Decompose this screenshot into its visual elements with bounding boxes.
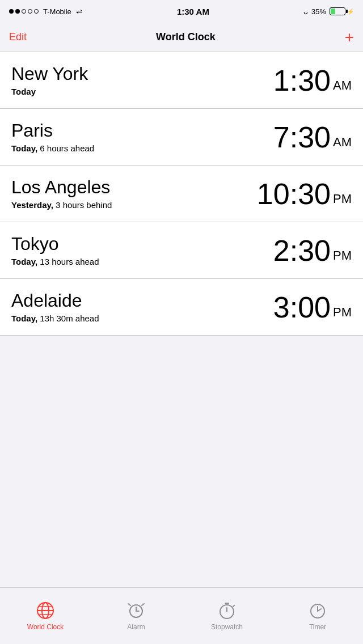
page-title: World Clock <box>156 31 216 43</box>
city-name-paris: Paris <box>11 121 94 141</box>
time-value-los-angeles: 10:30 <box>257 179 331 209</box>
nav-bar: Edit World Clock + <box>0 23 363 52</box>
alarm-icon <box>126 601 146 620</box>
svg-line-8 <box>128 604 130 605</box>
tab-world-clock[interactable]: World Clock <box>0 601 91 631</box>
city-sub-paris: Today, 6 hours ahead <box>11 143 94 153</box>
status-right: ᴗ 35% ⚡ <box>303 7 354 16</box>
battery-fill <box>331 9 335 14</box>
edit-button[interactable]: Edit <box>9 31 27 43</box>
city-sub-tokyo: Today, 13 hours ahead <box>11 257 99 266</box>
time-period-paris: AM <box>333 135 352 150</box>
signal-dot-5 <box>34 9 39 14</box>
battery-container: ⚡ <box>330 7 354 15</box>
signal-dots <box>9 9 39 14</box>
status-time: 1:30 AM <box>177 7 209 16</box>
city-sub-bold-los-angeles: Yesterday, <box>11 200 53 210</box>
bluetooth-icon: ᴗ <box>303 7 308 16</box>
time-value-adelaide: 3:00 <box>273 293 331 322</box>
timer-icon <box>308 601 327 620</box>
city-sub-bold-new-york: Today <box>11 87 36 96</box>
wifi-icon: ⇌ <box>76 7 83 16</box>
city-sub-bold-paris: Today, <box>11 143 37 153</box>
battery-icon <box>330 7 345 15</box>
tab-bar: World Clock Alarm Stopwatch Timer <box>0 587 363 644</box>
clock-list: New York Today 1:30 AM Paris Today, 6 ho… <box>0 52 363 336</box>
tab-alarm-label: Alarm <box>127 623 145 631</box>
city-sub-adelaide: Today, 13h 30m ahead <box>11 313 99 323</box>
clock-time-paris: 7:30 AM <box>273 122 352 152</box>
city-sub-new-york: Today <box>11 87 88 96</box>
city-sub-bold-adelaide: Today, <box>11 313 37 323</box>
time-period-los-angeles: PM <box>333 192 352 206</box>
city-info-paris: Paris Today, 6 hours ahead <box>11 121 94 152</box>
city-name-los-angeles: Los Angeles <box>11 177 112 197</box>
tab-stopwatch[interactable]: Stopwatch <box>182 601 272 631</box>
city-sub-rest-adelaide: 13h 30m ahead <box>37 313 99 323</box>
clock-item-new-york: New York Today 1:30 AM <box>0 52 363 109</box>
svg-line-14 <box>233 605 234 607</box>
clock-time-adelaide: 3:00 PM <box>273 293 352 322</box>
battery-percent: 35% <box>311 7 326 16</box>
clock-item-los-angeles: Los Angeles Yesterday, 3 hours behind 10… <box>0 166 363 222</box>
clock-item-paris: Paris Today, 6 hours ahead 7:30 AM <box>0 109 363 166</box>
time-period-adelaide: PM <box>333 305 352 320</box>
signal-dot-1 <box>9 9 14 14</box>
tab-alarm[interactable]: Alarm <box>91 601 182 631</box>
city-info-adelaide: Adelaide Today, 13h 30m ahead <box>11 291 99 323</box>
city-sub-bold-tokyo: Today, <box>11 257 37 266</box>
time-period-tokyo: PM <box>333 248 352 263</box>
charging-icon: ⚡ <box>347 9 354 15</box>
city-name-new-york: New York <box>11 64 88 84</box>
signal-dot-3 <box>22 9 26 14</box>
clock-item-adelaide: Adelaide Today, 13h 30m ahead 3:00 PM <box>0 279 363 336</box>
tab-timer[interactable]: Timer <box>272 601 363 631</box>
city-sub-rest-los-angeles: 3 hours behind <box>53 200 112 210</box>
city-sub-los-angeles: Yesterday, 3 hours behind <box>11 200 112 210</box>
svg-line-9 <box>142 604 144 605</box>
signal-dot-4 <box>28 9 32 14</box>
status-bar: T-Mobile ⇌ 1:30 AM ᴗ 35% ⚡ <box>0 0 363 23</box>
tab-timer-label: Timer <box>309 623 326 631</box>
time-value-tokyo: 2:30 <box>273 236 331 265</box>
clock-time-los-angeles: 10:30 PM <box>257 179 352 209</box>
city-name-tokyo: Tokyo <box>11 234 99 254</box>
time-period-new-york: AM <box>333 78 352 93</box>
tab-world-clock-label: World Clock <box>27 623 64 631</box>
city-info-tokyo: Tokyo Today, 13 hours ahead <box>11 234 99 266</box>
clock-time-new-york: 1:30 AM <box>273 66 352 95</box>
time-value-paris: 7:30 <box>273 122 331 152</box>
status-left: T-Mobile ⇌ <box>9 7 83 16</box>
city-name-adelaide: Adelaide <box>11 291 99 311</box>
city-sub-rest-paris: 6 hours ahead <box>37 143 94 153</box>
signal-dot-2 <box>15 9 20 14</box>
carrier-label: T-Mobile <box>43 7 71 16</box>
city-info-los-angeles: Los Angeles Yesterday, 3 hours behind <box>11 177 112 209</box>
clock-item-tokyo: Tokyo Today, 13 hours ahead 2:30 PM <box>0 222 363 279</box>
add-button[interactable]: + <box>345 29 354 45</box>
city-sub-rest-tokyo: 13 hours ahead <box>37 257 99 266</box>
city-info-new-york: New York Today <box>11 64 88 96</box>
stopwatch-icon <box>217 601 237 620</box>
time-value-new-york: 1:30 <box>273 66 331 95</box>
tab-stopwatch-label: Stopwatch <box>211 623 243 631</box>
globe-icon <box>36 601 55 620</box>
clock-time-tokyo: 2:30 PM <box>273 236 352 265</box>
